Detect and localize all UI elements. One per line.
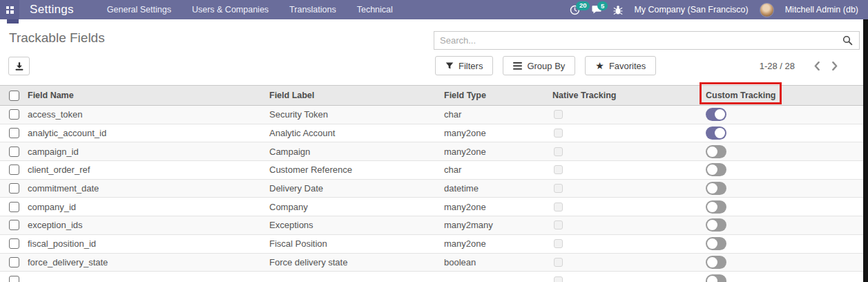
table-row[interactable]: campaign_id Campaign many2one [0, 142, 863, 161]
custom-tracking-toggle[interactable] [706, 108, 726, 121]
native-tracking-checkbox [554, 258, 563, 267]
toggle-knob [707, 183, 717, 194]
apps-menu-button[interactable] [0, 0, 19, 19]
toggle-knob [707, 147, 717, 157]
debug-menu-button[interactable] [613, 5, 623, 15]
filter-funnel-icon [445, 62, 454, 70]
custom-tracking-toggle[interactable] [706, 218, 726, 232]
apps-grid-icon [6, 6, 14, 14]
header-field-type[interactable]: Field Type [444, 86, 552, 106]
table-row[interactable]: company_id Company many2one [0, 198, 863, 216]
row-checkbox[interactable] [9, 202, 19, 212]
menu-users-companies[interactable]: Users & Companies [192, 5, 269, 15]
custom-tracking-toggle[interactable] [706, 182, 726, 195]
star-icon: ★ [595, 61, 604, 70]
search-input[interactable] [434, 35, 842, 46]
table-row[interactable] [0, 272, 863, 282]
table-row[interactable]: commitment_date Delivery Date datetime [0, 179, 863, 198]
native-tracking-checkbox [554, 276, 563, 282]
table-row[interactable]: analytic_account_id Analytic Account man… [0, 124, 863, 142]
header-field-label[interactable]: Field Label [269, 86, 444, 106]
pager-next-button[interactable] [826, 59, 843, 73]
native-tracking-checkbox [554, 165, 563, 174]
table-body: access_token Security Token char analyti… [0, 106, 863, 282]
message-count-badge: 5 [597, 1, 607, 10]
toggle-knob [715, 128, 725, 138]
company-switcher[interactable]: My Company (San Francisco) [634, 5, 748, 15]
toggle-knob [715, 109, 725, 120]
cell-field-label: Customer Reference [269, 161, 444, 180]
menu-translations[interactable]: Translations [289, 5, 336, 15]
native-tracking-checkbox [554, 129, 563, 138]
filters-button[interactable]: Filters [435, 56, 493, 75]
cell-field-label: Fiscal Position [269, 234, 444, 253]
cell-field-type: char [444, 161, 552, 180]
row-checkbox[interactable] [9, 109, 19, 120]
header-native-tracking[interactable]: Native Tracking [552, 86, 706, 106]
cell-field-type: many2one [444, 198, 552, 216]
screen-edge-strip [863, 19, 868, 282]
group-by-button[interactable]: Group By [503, 56, 575, 75]
cell-field-name: fiscal_position_id [28, 234, 269, 253]
app-title: Settings [30, 3, 74, 17]
group-by-label: Group By [527, 61, 565, 71]
custom-tracking-toggle[interactable] [706, 256, 726, 269]
user-menu[interactable]: Mitchell Admin (db) [785, 5, 858, 15]
row-checkbox[interactable] [9, 183, 19, 194]
table-row[interactable]: access_token Security Token char [0, 106, 863, 124]
list-view: Field Name Field Label Field Type Native… [0, 85, 863, 282]
cell-field-name: force_delivery_state [28, 253, 269, 272]
custom-tracking-toggle[interactable] [706, 126, 726, 140]
row-checkbox[interactable] [9, 164, 19, 175]
table-row[interactable]: force_delivery_state Force delivery stat… [0, 253, 863, 272]
native-tracking-checkbox [554, 220, 563, 229]
custom-tracking-toggle[interactable] [706, 163, 726, 176]
toggle-knob [707, 164, 717, 175]
cell-field-label: Delivery Date [269, 179, 444, 198]
table-row[interactable]: fiscal_position_id Fiscal Position many2… [0, 234, 863, 253]
user-avatar[interactable] [760, 3, 774, 17]
table-row[interactable]: exception_ids Exceptions many2many [0, 216, 863, 235]
row-checkbox[interactable] [9, 257, 19, 267]
cell-field-name: campaign_id [28, 142, 269, 161]
row-checkbox[interactable] [9, 147, 19, 157]
row-checkbox[interactable] [9, 276, 19, 282]
menu-technical[interactable]: Technical [357, 5, 393, 15]
custom-tracking-toggle[interactable] [706, 237, 726, 250]
activity-menu-button[interactable]: 20 [570, 5, 580, 15]
row-checkbox[interactable] [9, 128, 19, 138]
native-tracking-checkbox [554, 110, 563, 119]
custom-tracking-toggle[interactable] [706, 274, 726, 282]
cell-field-name: company_id [28, 198, 269, 216]
cell-field-type: many2one [444, 142, 552, 161]
messages-menu-button[interactable]: 5 [591, 5, 602, 15]
cell-field-type: datetime [444, 179, 552, 198]
row-checkbox[interactable] [9, 220, 19, 230]
header-field-name[interactable]: Field Name [28, 86, 269, 106]
table-row[interactable]: client_order_ref Customer Reference char [0, 161, 863, 180]
header-custom-tracking[interactable]: Custom Tracking [706, 86, 863, 106]
toggle-knob [707, 220, 717, 230]
top-navbar: Settings General Settings Users & Compan… [0, 0, 868, 19]
table-header-row: Field Name Field Label Field Type Native… [0, 86, 863, 106]
custom-tracking-toggle[interactable] [706, 145, 726, 158]
cell-field-type: many2one [444, 234, 552, 253]
search-box [434, 31, 860, 50]
cell-field-label: Analytic Account [269, 124, 444, 142]
search-icon[interactable] [842, 35, 853, 46]
pager-previous-button[interactable] [809, 59, 826, 73]
cell-field-name [28, 272, 269, 282]
toggle-knob [707, 276, 717, 282]
menu-general-settings[interactable]: General Settings [107, 5, 171, 15]
navbar-systray: 20 5 My Company (San Francisco) Mitchell… [570, 3, 868, 17]
cell-field-name: client_order_ref [28, 161, 269, 180]
favorites-label: Favorites [609, 61, 646, 71]
row-checkbox[interactable] [9, 238, 19, 249]
custom-tracking-toggle[interactable] [706, 200, 726, 214]
pager: 1-28 / 28 [760, 59, 843, 73]
cell-field-name: analytic_account_id [28, 124, 269, 142]
apps-menu-tail [7, 19, 19, 24]
select-all-checkbox[interactable] [9, 91, 19, 101]
export-button[interactable] [8, 57, 30, 75]
favorites-button[interactable]: ★ Favorites [585, 56, 656, 75]
